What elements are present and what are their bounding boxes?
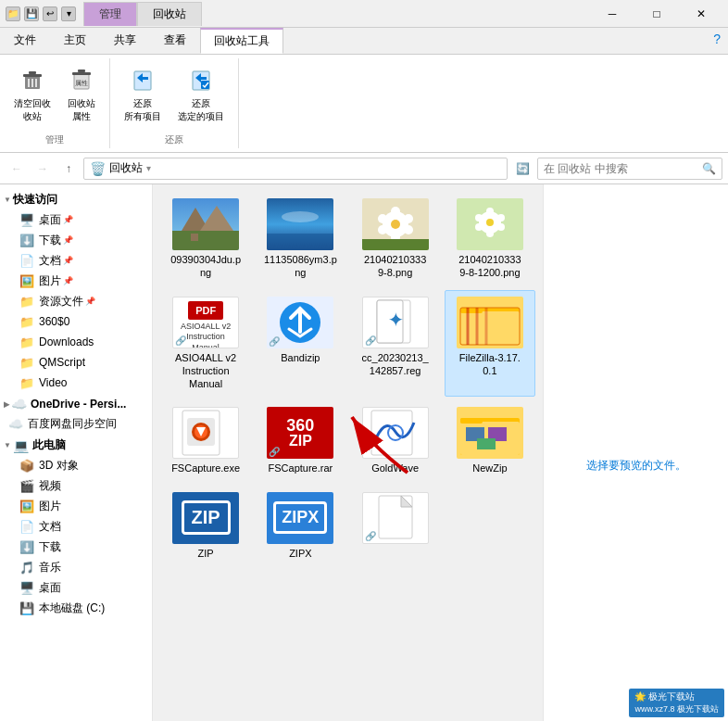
title-bar: 📁 💾 ↩ ▾ 管理 回收站 ─ □ ✕ bbox=[0, 0, 728, 28]
file-name-f3: 21040210333 9-8.png bbox=[358, 253, 433, 280]
video2-icon: 🎬 bbox=[19, 477, 35, 494]
sidebar-item-music[interactable]: 🎵 音乐 bbox=[0, 557, 152, 577]
file-thumb-f6: 🔗 bbox=[267, 297, 333, 348]
file-item-f4[interactable]: 21040210333 9-8-1200.png bbox=[445, 192, 535, 286]
qat-btn2[interactable]: ↩ bbox=[43, 6, 57, 21]
recycle-props-btn[interactable]: 属性 回收站属性 bbox=[61, 62, 102, 128]
preview-pane: 选择要预览的文件。 bbox=[543, 184, 728, 721]
baidu-icon: ☁️ bbox=[7, 415, 24, 432]
ribbon-tab-home[interactable]: 主页 bbox=[50, 28, 100, 54]
file-item-f11[interactable]: GoldWave bbox=[350, 400, 441, 481]
file-item-f14[interactable]: ZIPX ZIPX bbox=[255, 486, 345, 566]
svg-rect-64 bbox=[477, 438, 496, 449]
file-thumb-f11 bbox=[362, 407, 429, 459]
sidebar-item-docs[interactable]: 📄 文档 📌 bbox=[0, 250, 152, 271]
sidebar-item-video[interactable]: 📁 Video bbox=[0, 373, 152, 393]
ribbon-tab-recycletools[interactable]: 回收站工具 bbox=[200, 28, 283, 54]
file-item-f8[interactable]: FileZilla-3.17. 0.1 bbox=[445, 290, 535, 398]
docs-icon: 📄 bbox=[19, 252, 35, 269]
up-button[interactable]: ↑ bbox=[57, 158, 80, 180]
sidebar-item-desktop2[interactable]: 🖥️ 桌面 bbox=[0, 577, 152, 598]
window-controls: ─ □ ✕ bbox=[591, 0, 722, 28]
sidebar-item-qmscript[interactable]: 📁 QMScript bbox=[0, 352, 152, 373]
thispc-expand-icon: ▼ bbox=[4, 441, 11, 449]
file-item-f9[interactable]: FSCapture.exe bbox=[160, 400, 251, 481]
file-name-f14: ZIPX bbox=[289, 547, 311, 560]
refresh-button[interactable]: 🔄 bbox=[511, 158, 533, 180]
quick-access-expand-icon: ▼ bbox=[4, 196, 11, 204]
sidebar-item-video2[interactable]: 🎬 视频 bbox=[0, 475, 152, 496]
quick-access-header[interactable]: ▼ 快速访问 bbox=[0, 188, 152, 209]
close-button[interactable]: ✕ bbox=[680, 0, 722, 28]
file-thumb-f15: 🔗 bbox=[362, 492, 429, 544]
file-name-f1: 09390304Jdu.png bbox=[169, 253, 243, 280]
sidebar-3d-label: 3D 对象 bbox=[39, 458, 79, 474]
qat-btn1[interactable]: 💾 bbox=[24, 6, 39, 21]
minimize-button[interactable]: ─ bbox=[591, 0, 634, 28]
ribbon-group-restore: 还原所有项目 还原选定的项目 bbox=[110, 58, 239, 148]
restore-selected-btn[interactable]: 还原选定的项目 bbox=[171, 62, 231, 128]
maximize-button[interactable]: □ bbox=[635, 0, 678, 28]
forward-button[interactable]: → bbox=[31, 158, 54, 180]
file-item-f1[interactable]: 09390304Jdu.png bbox=[160, 192, 251, 286]
sidebar-item-localdisk[interactable]: 💾 本地磁盘 (C:) bbox=[0, 598, 152, 618]
svg-point-23 bbox=[391, 220, 400, 229]
sidebar-item-docs2[interactable]: 📄 文档 bbox=[0, 516, 152, 537]
file-name-f12: NewZip bbox=[472, 462, 507, 474]
downloads-pin-icon: 📌 bbox=[63, 235, 73, 245]
sidebar-item-downloads2[interactable]: 📁 Downloads bbox=[0, 332, 152, 352]
qat-dropdown[interactable]: ▾ bbox=[61, 6, 76, 21]
file-item-f7[interactable]: ✦ ✦ 🔗 cc_20230213_ 142857.reg bbox=[350, 290, 441, 398]
sidebar-item-3d[interactable]: 📦 3D 对象 bbox=[0, 455, 152, 475]
sidebar-item-desktop[interactable]: 🖥️ 桌面 📌 bbox=[0, 209, 152, 230]
ribbon-group-manage: 清空回收收站 属性 回收站属性 bbox=[0, 58, 110, 148]
svg-rect-20 bbox=[267, 234, 333, 250]
search-box[interactable]: 🔍 bbox=[537, 158, 722, 180]
search-input[interactable] bbox=[544, 162, 702, 175]
ribbon-tab-view[interactable]: 查看 bbox=[150, 28, 200, 54]
address-dropdown-icon[interactable]: ▾ bbox=[146, 163, 151, 173]
sidebar-item-pictures2[interactable]: 🖼️ 图片 bbox=[0, 496, 152, 516]
file-grid: 09390304Jdu.png 11135086ym3.png bbox=[153, 184, 543, 721]
file-name-f13: ZIP bbox=[198, 547, 214, 560]
ribbon-tab-share[interactable]: 共享 bbox=[100, 28, 150, 54]
restore-all-btn[interactable]: 还原所有项目 bbox=[118, 62, 168, 128]
help-button[interactable]: ? bbox=[706, 28, 728, 54]
title-tab-recycle[interactable]: 回收站 bbox=[137, 2, 202, 26]
sidebar-item-resources[interactable]: 📁 资源文件 📌 bbox=[0, 291, 152, 311]
file-item-f2[interactable]: 11135086ym3.png bbox=[255, 192, 345, 286]
svg-rect-1 bbox=[23, 74, 42, 77]
file-item-f13[interactable]: ZIP ZIP bbox=[160, 486, 251, 566]
file-thumb-f14: ZIPX bbox=[267, 492, 333, 544]
empty-recycle-btn[interactable]: 清空回收收站 bbox=[7, 62, 57, 128]
onedrive-header[interactable]: ▶ ☁️ OneDrive - Persi... bbox=[0, 393, 152, 413]
file-thumb-f3 bbox=[362, 198, 429, 250]
resources-pin-icon: 📌 bbox=[85, 297, 95, 306]
file-thumb-f4 bbox=[457, 198, 523, 250]
sidebar-item-360[interactable]: 📁 360$0 bbox=[0, 311, 152, 332]
address-path-text: 回收站 bbox=[109, 160, 143, 176]
svg-rect-12 bbox=[201, 81, 209, 89]
svg-point-37 bbox=[486, 230, 494, 237]
ribbon-tab-file[interactable]: 文件 bbox=[0, 28, 50, 54]
sidebar-item-downloads[interactable]: ⬇️ 下载 📌 bbox=[0, 230, 152, 250]
sidebar-item-baidu[interactable]: ☁️ 百度网盘同步空间 bbox=[0, 413, 152, 434]
thispc-header[interactable]: ▼ 💻 此电脑 bbox=[0, 434, 152, 455]
back-button[interactable]: ← bbox=[6, 158, 28, 180]
address-path[interactable]: 🗑️ 回收站 ▾ bbox=[83, 158, 508, 180]
file-item-f12[interactable]: NewZip bbox=[445, 400, 535, 481]
sidebar-item-downloads3[interactable]: ⬇️ 下载 bbox=[0, 537, 152, 557]
svg-rect-46 bbox=[460, 311, 520, 345]
file-thumb-f1 bbox=[172, 198, 239, 250]
watermark: 🌟 极光下载站 www.xz7.8 极光下载站 bbox=[629, 689, 724, 717]
restore-selected-label: 还原选定的项目 bbox=[178, 97, 224, 123]
file-item-f6[interactable]: 🔗 Bandizip bbox=[255, 290, 345, 398]
file-item-f5[interactable]: PDF ASIO4ALL v2InstructionManual 🔗 ASIO4… bbox=[160, 290, 251, 398]
file-item-f10[interactable]: 360 ZIP 🔗 FSCapture.rar bbox=[255, 400, 345, 481]
pictures2-icon: 🖼️ bbox=[19, 498, 35, 514]
title-tab-manage[interactable]: 管理 bbox=[83, 2, 137, 26]
svg-text:✦: ✦ bbox=[387, 310, 403, 330]
file-item-f3[interactable]: 21040210333 9-8.png bbox=[350, 192, 441, 286]
file-item-f15[interactable]: 🔗 bbox=[350, 486, 441, 566]
sidebar-item-pictures[interactable]: 🖼️ 图片 📌 bbox=[0, 271, 152, 291]
